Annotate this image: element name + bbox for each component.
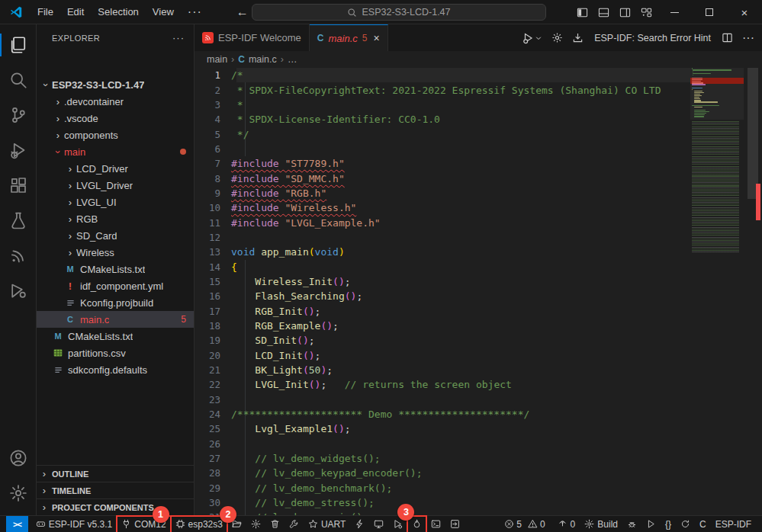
testing-icon[interactable]: [0, 203, 36, 238]
code-line[interactable]: 25 Lvgl_Example1();: [195, 421, 762, 436]
status-menuconfig[interactable]: [246, 516, 265, 532]
code-line[interactable]: 17 RGB_Init();: [195, 304, 762, 319]
status-build-wrench[interactable]: [285, 516, 304, 532]
status-esp-idf-menu[interactable]: ESP-IDF: [711, 516, 756, 532]
vertical-scrollbar[interactable]: [744, 68, 762, 515]
window-maximize-button[interactable]: [692, 0, 727, 24]
line-number[interactable]: 5: [195, 129, 231, 140]
status-problems[interactable]: 50: [500, 516, 552, 532]
breadcrumb-folder[interactable]: main: [207, 54, 227, 65]
explorer-more-button[interactable]: ···: [172, 32, 185, 43]
tree-item-lvgl-ui[interactable]: ›LVGL_UI: [37, 194, 194, 210]
tree-item-sd-card[interactable]: ›SD_Card: [37, 227, 194, 244]
code-line[interactable]: 4 * SPDX-License-Identifier: CC0-1.0: [195, 112, 762, 127]
line-number[interactable]: 10: [195, 202, 231, 213]
code-editor[interactable]: 1/*2 * SPDX-FileCopyrightText: 2021-2022…: [195, 68, 762, 515]
line-number[interactable]: 12: [195, 232, 231, 243]
line-number[interactable]: 19: [195, 335, 231, 346]
breadcrumb-file[interactable]: main.c: [249, 54, 277, 65]
code-line[interactable]: 31 // lv_demo_music();: [195, 510, 762, 515]
editor-more-button[interactable]: ···: [739, 29, 757, 47]
code-line[interactable]: 12: [195, 230, 762, 245]
explorer-icon[interactable]: [0, 27, 36, 62]
tree-item-lcd-driver[interactable]: ›LCD_Driver: [37, 160, 194, 177]
status-full-clean[interactable]: [265, 516, 285, 532]
breadcrumb-more[interactable]: …: [288, 54, 297, 65]
menu-more-button[interactable]: ···: [181, 5, 209, 19]
account-icon[interactable]: [0, 441, 36, 476]
code-line[interactable]: 1/*: [195, 68, 762, 82]
line-number[interactable]: 24: [195, 409, 231, 420]
status-com-port[interactable]: COM121: [117, 516, 170, 532]
code-line[interactable]: 27 // lv_demo_widgets();: [195, 451, 762, 466]
window-close-button[interactable]: ×: [727, 0, 762, 24]
status-terminal[interactable]: [426, 516, 445, 532]
panel-bottom-icon[interactable]: [593, 0, 614, 24]
status-braces[interactable]: {}: [661, 516, 676, 532]
line-number[interactable]: 29: [195, 482, 231, 494]
code-line[interactable]: 23: [195, 393, 762, 407]
status-monitor-device[interactable]: [369, 516, 388, 532]
line-number[interactable]: 1: [195, 69, 231, 81]
run-or-debug-button[interactable]: [519, 29, 545, 47]
code-line[interactable]: 20 LCD_Init();: [195, 348, 762, 363]
layout-grid-icon[interactable]: [635, 0, 657, 24]
code-line[interactable]: 6: [195, 142, 762, 156]
code-line[interactable]: 24/********************* Demo **********…: [195, 407, 762, 421]
code-line[interactable]: 28 // lv_demo_keypad_encoder();: [195, 466, 762, 480]
extensions-icon[interactable]: [0, 168, 36, 203]
code-line[interactable]: 7#include "ST7789.h": [195, 156, 762, 171]
tree-item-idf-component-yml[interactable]: !idf_component.yml: [37, 277, 194, 294]
line-number[interactable]: 8: [195, 173, 231, 184]
status-language-mode[interactable]: C: [695, 516, 711, 532]
code-line[interactable]: 30 // lv_demo_stress();: [195, 495, 762, 510]
status-custom-task[interactable]: [445, 516, 465, 532]
tree-item-main-c[interactable]: Cmain.c5: [37, 311, 194, 328]
tree-item--vscode[interactable]: ›.vscode: [37, 110, 194, 127]
line-number[interactable]: 13: [195, 246, 231, 258]
window-minimize-button[interactable]: [657, 0, 692, 24]
line-number[interactable]: 6: [195, 143, 231, 155]
tree-item-wireless[interactable]: ›Wireless: [37, 244, 194, 261]
status-build-flash-monitor[interactable]: 3: [407, 516, 426, 532]
breadcrumb[interactable]: main › C main.c › …: [195, 51, 762, 68]
line-number[interactable]: 3: [195, 99, 231, 111]
code-line[interactable]: 9#include "RGB.h": [195, 186, 762, 200]
tree-item-esp32-s3-lcd-1-47[interactable]: ›ESP32-S3-LCD-1.47: [37, 76, 194, 93]
line-number[interactable]: 17: [195, 306, 231, 317]
status-sync[interactable]: [676, 516, 695, 532]
tree-item-sdkconfig-defaults[interactable]: sdkconfig.defaults: [37, 361, 194, 378]
tree-item--devcontainer[interactable]: ›.devcontainer: [37, 93, 194, 110]
tree-item-cmakelists-txt[interactable]: MCMakeLists.txt: [37, 328, 194, 345]
line-number[interactable]: 2: [195, 85, 231, 96]
tree-item-lvgl-driver[interactable]: ›LVGL_Driver: [37, 177, 194, 194]
line-number[interactable]: 16: [195, 290, 231, 302]
section-timeline[interactable]: ›TIMELINE: [37, 482, 194, 498]
line-number[interactable]: 15: [195, 276, 231, 287]
status-remote[interactable]: ><: [6, 516, 28, 532]
nav-back-icon[interactable]: ←: [236, 5, 249, 19]
line-number[interactable]: 14: [195, 261, 231, 273]
install-icon[interactable]: [569, 29, 587, 47]
line-number[interactable]: 28: [195, 467, 231, 479]
espressif-idf-icon[interactable]: [0, 238, 36, 273]
code-line[interactable]: 29 // lv_demo_benchmark();: [195, 481, 762, 495]
search-icon[interactable]: [0, 62, 36, 98]
tree-item-kconfig-projbuild[interactable]: Kconfig.projbuild: [37, 294, 194, 311]
code-line[interactable]: 21 BK_Light(50);: [195, 363, 762, 377]
line-number[interactable]: 11: [195, 217, 231, 229]
line-number[interactable]: 23: [195, 394, 231, 405]
section-project-components[interactable]: ›PROJECT COMPONENTS: [37, 498, 194, 515]
line-number[interactable]: 20: [195, 350, 231, 361]
code-line[interactable]: 26: [195, 437, 762, 451]
code-line[interactable]: 14{: [195, 259, 762, 274]
status-run-task[interactable]: [641, 516, 661, 532]
line-number[interactable]: 21: [195, 364, 231, 376]
espressif-tools-icon[interactable]: [0, 273, 36, 308]
line-number[interactable]: 7: [195, 158, 231, 169]
menu-view[interactable]: View: [146, 0, 181, 24]
settings-icon[interactable]: [0, 476, 36, 511]
line-number[interactable]: 4: [195, 114, 231, 125]
gear-icon[interactable]: [548, 29, 566, 47]
tree-item-components[interactable]: ›components: [37, 127, 194, 143]
